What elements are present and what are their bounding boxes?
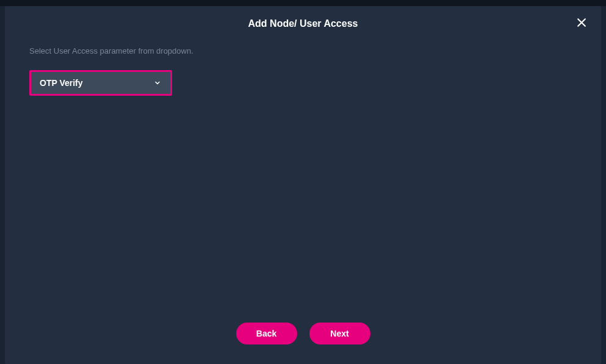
modal-container: Add Node/ User Access Select User Access… <box>5 6 601 364</box>
dropdown-highlight-frame: OTP Verify <box>29 70 172 96</box>
close-icon <box>575 16 588 30</box>
modal-content: Select User Access parameter from dropdo… <box>5 46 601 96</box>
chevron-down-icon <box>153 79 162 87</box>
back-button[interactable]: Back <box>236 323 297 344</box>
modal-header: Add Node/ User Access <box>5 6 601 46</box>
close-button[interactable] <box>574 16 589 30</box>
top-strip <box>0 0 606 6</box>
next-button[interactable]: Next <box>309 323 370 344</box>
instruction-text: Select User Access parameter from dropdo… <box>29 46 577 55</box>
user-access-dropdown[interactable]: OTP Verify <box>31 72 170 94</box>
modal-title: Add Node/ User Access <box>248 18 358 29</box>
modal-footer: Back Next <box>5 323 601 344</box>
dropdown-selected-value: OTP Verify <box>40 78 83 88</box>
